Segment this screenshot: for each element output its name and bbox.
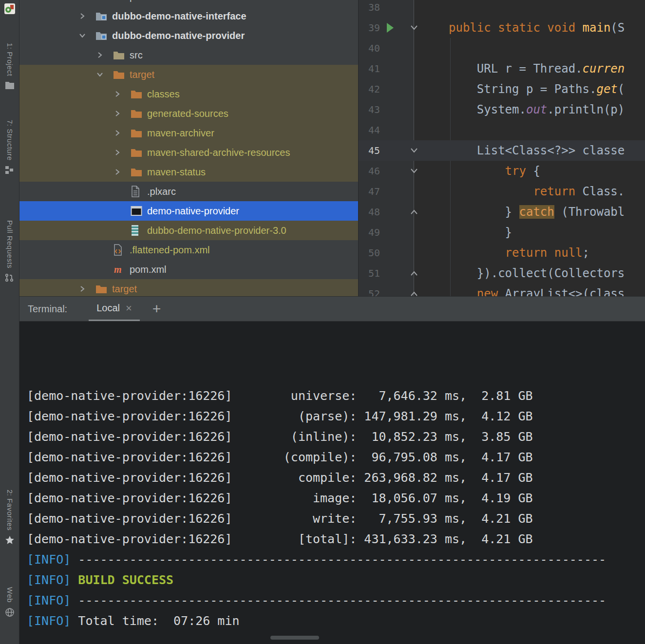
fold-up-icon[interactable] bbox=[410, 270, 418, 277]
tree-item-label: target bbox=[112, 284, 137, 295]
line-number: 48 bbox=[359, 202, 380, 222]
tree-row-target[interactable]: target bbox=[19, 65, 358, 84]
chevron-right-icon[interactable] bbox=[114, 110, 131, 117]
code-line: try { bbox=[449, 161, 540, 181]
xml-icon bbox=[113, 244, 126, 256]
fold-down-icon[interactable] bbox=[410, 147, 418, 154]
editor-line-41: 41 URL r = Thread.curren bbox=[359, 58, 645, 79]
new-terminal-tab-button[interactable]: + bbox=[152, 302, 161, 316]
tool-button-label: Pull Requests bbox=[6, 220, 14, 268]
chevron-right-icon[interactable] bbox=[79, 13, 95, 19]
tool-button-1-project[interactable]: 1: Project bbox=[0, 43, 19, 91]
editor-line-42: 42 String p = Paths.get( bbox=[359, 79, 645, 99]
line-number: 40 bbox=[359, 38, 380, 58]
tree-row-dubbo-demo-native-interface[interactable]: dubbo-demo-native-interface bbox=[19, 6, 358, 26]
tree-row-maven-status[interactable]: maven-status bbox=[19, 162, 358, 182]
terminal-line: [demo-native-provider:16226] compile: 26… bbox=[27, 468, 645, 488]
terminal-tab-local[interactable]: Local × bbox=[89, 297, 140, 321]
chevron-right-icon[interactable] bbox=[114, 169, 131, 175]
tree-item-label: src bbox=[130, 50, 143, 61]
tree-row-pom-xml[interactable]: mpom.xml bbox=[19, 0, 358, 6]
chevron-down-icon[interactable] bbox=[79, 32, 95, 39]
tree-item-label: maven-archiver bbox=[147, 128, 214, 139]
folder-ex-icon bbox=[95, 283, 108, 295]
code-line: return null; bbox=[449, 243, 589, 263]
line-number: 41 bbox=[359, 58, 380, 79]
fold-up-icon[interactable] bbox=[410, 290, 418, 296]
code-line: } bbox=[449, 222, 512, 243]
tree-row-classes[interactable]: classes bbox=[19, 84, 358, 104]
tool-button-7-structure[interactable]: 7: Structure bbox=[0, 120, 19, 175]
tree-row-plxarc[interactable]: .plxarc bbox=[19, 182, 358, 201]
app-icon[interactable] bbox=[4, 3, 16, 15]
terminal-output[interactable]: [demo-native-provider:16226] universe: 7… bbox=[19, 322, 645, 644]
line-number: 43 bbox=[359, 99, 380, 120]
scrollbar-thumb[interactable] bbox=[270, 636, 319, 640]
tree-row-flattened-pom-xml[interactable]: .flattened-pom.xml bbox=[19, 240, 358, 260]
tree-item-label: dubbo-demo-native-provider bbox=[112, 30, 245, 41]
editor-line-52: 52 new ArrayList<>(class bbox=[359, 284, 645, 296]
editor-line-51: 51 }).collect(Collectors bbox=[359, 263, 645, 284]
tree-row-generated-sources[interactable]: generated-sources bbox=[19, 104, 358, 123]
tool-button-pull-requests[interactable]: Pull Requests bbox=[0, 220, 19, 283]
tree-row-src[interactable]: src bbox=[19, 45, 358, 65]
tree-item-label: generated-sources bbox=[147, 108, 228, 119]
tree-row-dubbo-demo-native-provider-3-0[interactable]: dubbo-demo-native-provider-3.0 bbox=[19, 221, 358, 240]
tree-item-label: dubbo-demo-native-provider-3.0 bbox=[147, 225, 286, 236]
code-line: System.out.println(p) bbox=[449, 99, 625, 120]
project-tree-panel[interactable]: mpom.xmldubbo-demo-native-interfacedubbo… bbox=[19, 0, 358, 296]
terminal-line: [INFO] ---------------------------------… bbox=[27, 549, 645, 570]
editor-line-38: 38 bbox=[359, 0, 645, 18]
chevron-right-icon[interactable] bbox=[96, 52, 113, 58]
svg-text:m: m bbox=[114, 264, 122, 275]
tree-item-label: pom.xml bbox=[130, 264, 167, 275]
editor-lines: 3839public static void main(S4041 URL r … bbox=[359, 0, 645, 296]
line-number: 44 bbox=[359, 120, 380, 140]
ide-window: 1: Project7: StructurePull Requests2: Fa… bbox=[0, 0, 645, 644]
editor-line-43: 43 System.out.println(p) bbox=[359, 99, 645, 120]
tool-button-2-favorites[interactable]: 2: Favorites bbox=[0, 490, 19, 545]
tree-item-label: dubbo-demo-native-interface bbox=[112, 11, 247, 22]
code-editor[interactable]: 3839public static void main(S4041 URL r … bbox=[358, 0, 645, 296]
tree-item-label: pom.xml bbox=[130, 0, 167, 2]
tree-row-target[interactable]: target bbox=[19, 279, 358, 296]
tree-row-maven-shared-archive-resources[interactable]: maven-shared-archive-resources bbox=[19, 143, 358, 162]
chevron-right-icon[interactable] bbox=[114, 130, 131, 136]
folder-ex-icon bbox=[131, 147, 143, 158]
fold-down-icon[interactable] bbox=[410, 24, 418, 31]
tree-item-label: .plxarc bbox=[147, 186, 176, 197]
editor-line-46: 46 try { bbox=[359, 161, 645, 181]
chevron-right-icon[interactable] bbox=[114, 91, 131, 97]
fold-up-icon[interactable] bbox=[410, 208, 418, 215]
folder-ex-icon bbox=[131, 88, 143, 100]
chevron-down-icon[interactable] bbox=[96, 71, 113, 78]
folder-ex-icon bbox=[113, 69, 126, 80]
close-tab-icon[interactable]: × bbox=[126, 303, 132, 314]
tree-row-demo-native-provider[interactable]: demo-native-provider bbox=[19, 201, 358, 221]
terminal-line: [INFO] Total time: 07:26 min bbox=[27, 611, 645, 631]
tree-row-dubbo-demo-native-provider[interactable]: dubbo-demo-native-provider bbox=[19, 26, 358, 45]
fold-down-icon[interactable] bbox=[410, 168, 418, 174]
tool-button-web[interactable]: Web bbox=[0, 587, 19, 617]
folder-ex-icon bbox=[131, 127, 143, 139]
tool-button-label: 1: Project bbox=[6, 43, 14, 76]
line-number: 39 bbox=[359, 18, 380, 38]
editor-line-50: 50 return null; bbox=[359, 243, 645, 263]
terminal-line: [demo-native-provider:16226] (parse): 14… bbox=[27, 406, 645, 427]
line-number: 45 bbox=[359, 140, 380, 161]
tree-row-pom-xml[interactable]: mpom.xml bbox=[19, 260, 358, 279]
tree-row-maven-archiver[interactable]: maven-archiver bbox=[19, 123, 358, 143]
tree-item-label: demo-native-provider bbox=[147, 206, 239, 217]
chevron-right-icon[interactable] bbox=[79, 285, 95, 292]
terminal-hscrollbar[interactable] bbox=[19, 631, 645, 644]
editor-line-44: 44 bbox=[359, 120, 645, 140]
chevron-right-icon[interactable] bbox=[114, 149, 131, 156]
svg-text:m: m bbox=[114, 0, 122, 2]
code-line: }).collect(Collectors bbox=[449, 263, 625, 284]
run-gutter-icon[interactable] bbox=[387, 23, 394, 33]
code-line: return Class. bbox=[449, 181, 625, 202]
line-number: 46 bbox=[359, 161, 380, 181]
line-number: 50 bbox=[359, 243, 380, 263]
maven-icon: m bbox=[113, 264, 126, 275]
code-line: String p = Paths.get( bbox=[449, 79, 625, 99]
